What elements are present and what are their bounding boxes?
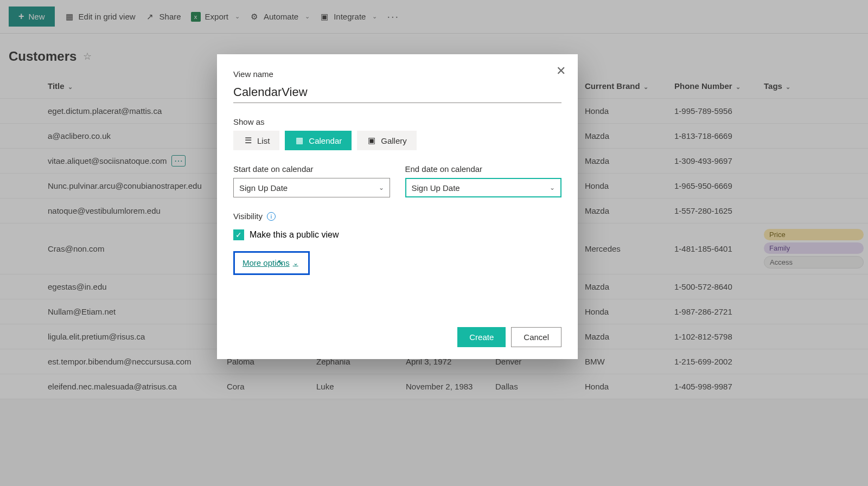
show-as-calendar[interactable]: ▦ Calendar: [285, 131, 352, 150]
chevron-down-icon: ⌄: [379, 184, 384, 191]
info-icon[interactable]: i: [267, 212, 276, 221]
start-date-select[interactable]: Sign Up Date ⌄: [233, 178, 390, 197]
start-date-value: Sign Up Date: [239, 183, 288, 193]
show-as-list[interactable]: ☰ List: [233, 131, 279, 150]
list-icon: ☰: [243, 136, 253, 145]
calendar-icon: ▦: [295, 136, 304, 145]
start-date-label: Start date on calendar: [233, 164, 390, 174]
view-name-label: View name: [233, 69, 561, 79]
close-button[interactable]: ✕: [556, 64, 566, 78]
close-icon: ✕: [556, 64, 566, 78]
visibility-label: Visibility: [233, 212, 263, 221]
public-view-label: Make this a public view: [250, 230, 339, 240]
cancel-button[interactable]: Cancel: [511, 327, 561, 347]
show-as-list-label: List: [257, 136, 270, 145]
end-date-value: Sign Up Date: [412, 183, 460, 193]
gallery-icon: ▣: [367, 136, 376, 145]
show-as-options: ☰ List ▦ Calendar ▣ Gallery: [233, 131, 561, 150]
show-as-gallery-label: Gallery: [381, 136, 407, 145]
chevron-down-icon: ⌄: [550, 184, 555, 191]
public-view-checkbox[interactable]: ✓: [233, 229, 244, 240]
cursor-icon: ↖: [277, 258, 284, 267]
view-name-input[interactable]: [233, 83, 561, 103]
end-date-select[interactable]: Sign Up Date ⌄: [405, 178, 562, 197]
create-view-dialog: ✕ View name Show as ☰ List ▦ Calendar ▣ …: [217, 54, 578, 359]
more-options-highlight: More options ⌄ ↖: [233, 251, 310, 275]
create-button[interactable]: Create: [457, 327, 506, 347]
show-as-gallery[interactable]: ▣ Gallery: [357, 131, 417, 150]
show-as-calendar-label: Calendar: [309, 136, 342, 145]
more-options-link[interactable]: More options ⌄ ↖: [242, 258, 298, 267]
end-date-label: End date on calendar: [405, 164, 562, 174]
show-as-label: Show as: [233, 117, 561, 126]
chevron-down-icon: ⌄: [293, 259, 298, 267]
